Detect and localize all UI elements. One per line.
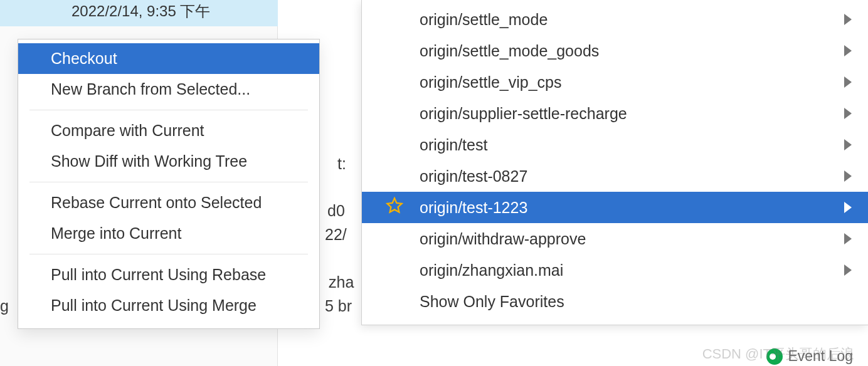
menu-item-compare[interactable]: Compare with Current	[18, 115, 319, 146]
background-text-fragment: 22/	[325, 226, 347, 244]
remote-branch-item[interactable]: origin/zhangxian.mai	[362, 254, 868, 286]
chevron-right-icon	[844, 233, 852, 244]
branch-label: origin/test-1223	[420, 199, 844, 217]
star-icon	[386, 197, 403, 218]
chevron-right-icon	[844, 108, 852, 119]
chevron-right-icon	[844, 170, 852, 182]
svg-marker-0	[844, 14, 852, 25]
event-log-icon	[766, 348, 783, 365]
svg-marker-2	[844, 76, 852, 88]
menu-separator	[29, 110, 308, 110]
remote-branch-item[interactable]: origin/settle_mode_goods	[362, 35, 868, 66]
remote-branch-item[interactable]: origin/supplier-settle-recharge	[362, 98, 868, 129]
background-text-fragment: d0	[327, 202, 345, 220]
branch-label: origin/withdraw-approve	[420, 230, 844, 248]
menu-separator	[29, 254, 308, 254]
background-text-fragment: 5 br	[325, 297, 352, 315]
branch-label: origin/settle_mode	[420, 11, 844, 29]
branch-label: origin/test	[420, 136, 844, 154]
background-text-fragment: g	[0, 297, 9, 315]
svg-marker-3	[844, 108, 852, 119]
remote-branch-item[interactable]: origin/withdraw-approve	[362, 223, 868, 254]
event-log-button[interactable]: Event Log	[766, 348, 853, 365]
menu-item-pull-rebase[interactable]: Pull into Current Using Rebase	[18, 259, 319, 290]
svg-marker-5	[844, 170, 852, 182]
chevron-right-icon	[844, 14, 852, 25]
menu-item-new-branch[interactable]: New Branch from Selected...	[18, 74, 319, 105]
menu-item-merge[interactable]: Merge into Current	[18, 218, 319, 249]
branch-label: Show Only Favorites	[420, 293, 852, 311]
branch-label: origin/settle_mode_goods	[420, 42, 844, 60]
svg-marker-9	[844, 264, 852, 276]
menu-item-checkout[interactable]: Checkout	[18, 43, 319, 74]
svg-marker-1	[844, 45, 852, 56]
branch-label: origin/supplier-settle-recharge	[420, 105, 844, 123]
remote-branch-item[interactable]: origin/test-0827	[362, 160, 868, 192]
menu-item-pull-merge[interactable]: Pull into Current Using Merge	[18, 290, 319, 321]
chevron-right-icon	[844, 202, 852, 213]
menu-item-rebase[interactable]: Rebase Current onto Selected	[18, 187, 319, 218]
remote-branch-item[interactable]: origin/settle_mode	[362, 4, 868, 35]
remote-branch-item[interactable]: origin/settle_vip_cps	[362, 66, 868, 98]
menu-item-show-diff[interactable]: Show Diff with Working Tree	[18, 146, 319, 177]
svg-marker-4	[844, 139, 852, 150]
background-text-fragment: zha	[329, 273, 354, 291]
background-text-fragment: t:	[337, 155, 346, 173]
commit-timestamp: 2022/2/14, 9:35 下午	[0, 0, 278, 26]
branch-label: origin/zhangxian.mai	[420, 261, 844, 280]
branch-context-menu: Checkout New Branch from Selected... Com…	[18, 39, 320, 329]
svg-marker-7	[844, 202, 852, 213]
chevron-right-icon	[844, 45, 852, 56]
svg-marker-6	[387, 198, 401, 212]
remote-branch-item[interactable]: origin/test-1223	[362, 192, 868, 223]
menu-separator	[29, 182, 308, 182]
branch-label: origin/settle_vip_cps	[420, 73, 844, 92]
chevron-right-icon	[844, 139, 852, 150]
svg-marker-8	[844, 233, 852, 244]
chevron-right-icon	[844, 76, 852, 88]
remote-branch-submenu: origin/settle_modeorigin/settle_mode_goo…	[361, 0, 868, 325]
chevron-right-icon	[844, 264, 852, 276]
event-log-label: Event Log	[788, 348, 853, 365]
branch-label: origin/test-0827	[420, 167, 844, 186]
menu-item-show-favorites[interactable]: Show Only Favorites	[362, 286, 868, 317]
remote-branch-item[interactable]: origin/test	[362, 129, 868, 160]
